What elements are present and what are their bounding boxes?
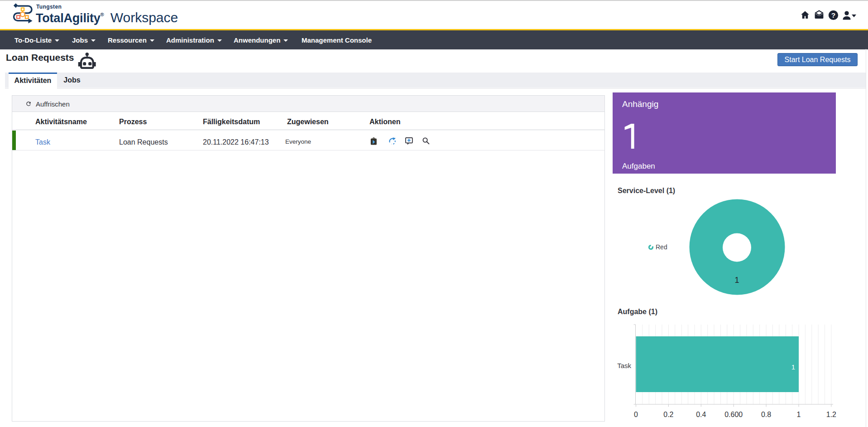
- svg-text:0.4: 0.4: [696, 411, 706, 418]
- svg-text:Task: Task: [617, 362, 631, 369]
- svg-text:0.600: 0.600: [724, 411, 743, 418]
- svg-text:0: 0: [634, 411, 638, 418]
- svg-text:0.2: 0.2: [663, 411, 673, 418]
- svg-text:1.2: 1.2: [826, 411, 836, 418]
- svg-text:?: ?: [831, 11, 835, 19]
- svg-text:0.8: 0.8: [761, 411, 771, 418]
- svg-text:1: 1: [797, 411, 801, 418]
- svg-text:1: 1: [734, 276, 739, 285]
- svg-text:1: 1: [791, 363, 795, 371]
